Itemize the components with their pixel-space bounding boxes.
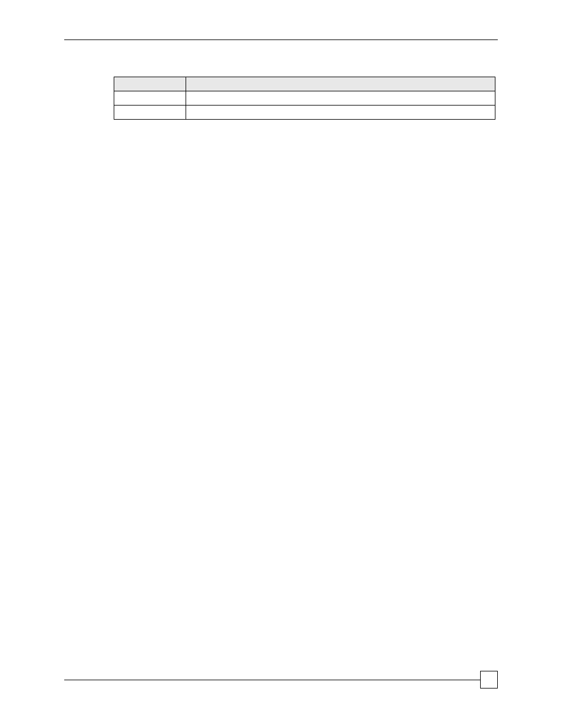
top-horizontal-rule	[64, 39, 498, 40]
table-cell	[186, 91, 495, 106]
table-header-cell	[114, 77, 186, 91]
table-row	[114, 106, 495, 120]
table-cell	[186, 106, 495, 120]
table-cell	[114, 106, 186, 120]
document-page	[0, 0, 562, 728]
table-header-cell	[186, 77, 495, 91]
page-number-box	[480, 671, 498, 689]
content-table	[114, 77, 495, 120]
table-cell	[114, 91, 186, 106]
table-row	[114, 91, 495, 106]
bottom-horizontal-rule	[64, 680, 480, 680]
table-header-row	[114, 77, 495, 91]
